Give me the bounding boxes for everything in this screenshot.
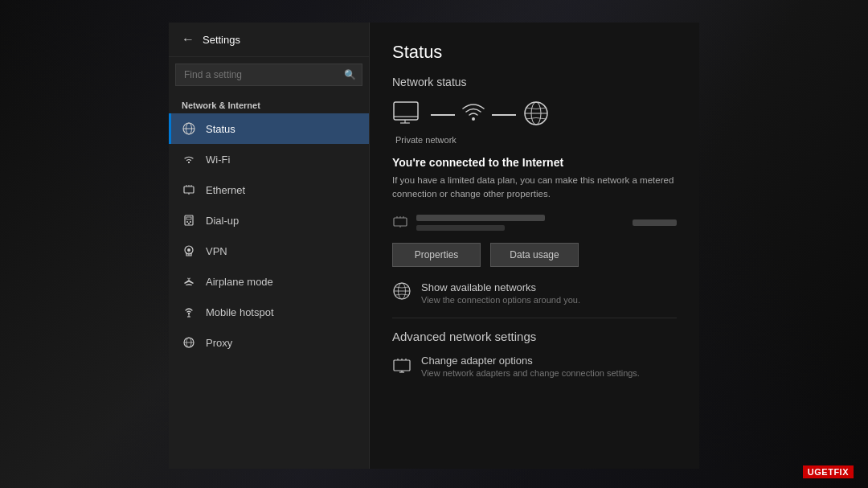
section-label: Network & Internet [169,92,369,113]
line-1 [431,114,455,116]
sidebar-item-proxy[interactable]: Proxy [169,327,369,358]
vpn-label: VPN [206,245,227,257]
status-icon [182,121,196,136]
sidebar-header: ← Settings [169,23,369,57]
airplane-icon [182,274,196,289]
proxy-label: Proxy [206,337,232,349]
sidebar-item-dialup[interactable]: Dial-up [169,205,369,236]
search-box: 🔍 [175,64,362,86]
dialup-label: Dial-up [206,215,239,227]
computer-diagram-icon [392,100,424,130]
svg-point-12 [190,221,191,223]
vpn-icon [182,244,196,258]
connected-desc: If you have a limited data plan, you can… [392,174,677,202]
page-title: Status [392,42,677,63]
sidebar-item-status[interactable]: Status [169,113,369,144]
svg-point-11 [186,221,188,223]
status-label: Status [206,123,235,135]
sidebar-item-hotspot[interactable]: Mobile hotspot [169,297,369,327]
svg-rect-23 [394,102,418,120]
connected-title: You're connected to the Internet [392,156,677,169]
change-adapter-text: Change adapter options View network adap… [421,355,640,378]
svg-point-3 [188,162,190,163]
wifi-diagram-icon [461,102,485,128]
proxy-icon [182,335,196,350]
change-adapter-icon [392,355,411,377]
data-usage-button[interactable]: Data usage [490,243,579,267]
dialup-icon [182,213,196,228]
change-adapter-title: Change adapter options [421,355,640,367]
svg-point-13 [188,223,190,224]
sidebar: ← Settings 🔍 Network & Internet Status [169,23,370,469]
sidebar-item-ethernet[interactable]: Ethernet [169,174,369,205]
back-button[interactable]: ← [182,32,194,47]
svg-point-27 [472,117,475,121]
sidebar-item-airplane[interactable]: Airplane mode [169,266,369,297]
svg-point-17 [188,313,190,314]
network-diagram [392,100,677,130]
change-adapter-desc: View network adapters and change connect… [421,368,640,378]
private-network-label: Private network [395,135,677,145]
show-networks-text: Show available networks View the connect… [421,281,580,305]
wifi-label: Wi-Fi [206,154,230,166]
settings-window: ← Settings 🔍 Network & Internet Status [169,23,699,469]
show-networks-desc: View the connection options around you. [421,295,580,305]
sidebar-item-wifi[interactable]: Wi-Fi [169,144,369,174]
ethernet-icon [182,182,196,197]
search-icon: 🔍 [344,69,356,80]
svg-rect-31 [394,218,407,226]
sidebar-title: Settings [203,34,240,46]
adapter-row [392,213,677,233]
svg-rect-39 [394,360,410,371]
change-adapter-link[interactable]: Change adapter options View network adap… [392,355,677,378]
show-networks-title: Show available networks [421,281,580,293]
hotspot-label: Mobile hotspot [206,306,274,318]
hotspot-icon [182,305,196,319]
advanced-title: Advanced network settings [392,330,677,343]
search-input[interactable] [175,64,362,86]
sidebar-item-vpn[interactable]: VPN [169,236,369,266]
divider [392,318,677,318]
ethernet-label: Ethernet [206,184,245,196]
svg-rect-10 [186,217,191,219]
show-networks-link[interactable]: Show available networks View the connect… [392,281,677,305]
button-row: Properties Data usage [392,243,677,267]
adapter-icon [392,213,408,233]
watermark: UGETFIX [803,465,854,478]
svg-point-16 [187,248,190,252]
network-status-label: Network status [392,76,677,88]
svg-rect-4 [184,187,194,193]
wifi-icon [182,152,196,166]
properties-button[interactable]: Properties [392,243,481,267]
show-networks-icon [392,281,411,304]
airplane-label: Airplane mode [206,276,273,288]
line-2 [492,114,516,116]
globe-diagram-icon [522,100,550,130]
main-content: Status Network status [370,23,699,469]
